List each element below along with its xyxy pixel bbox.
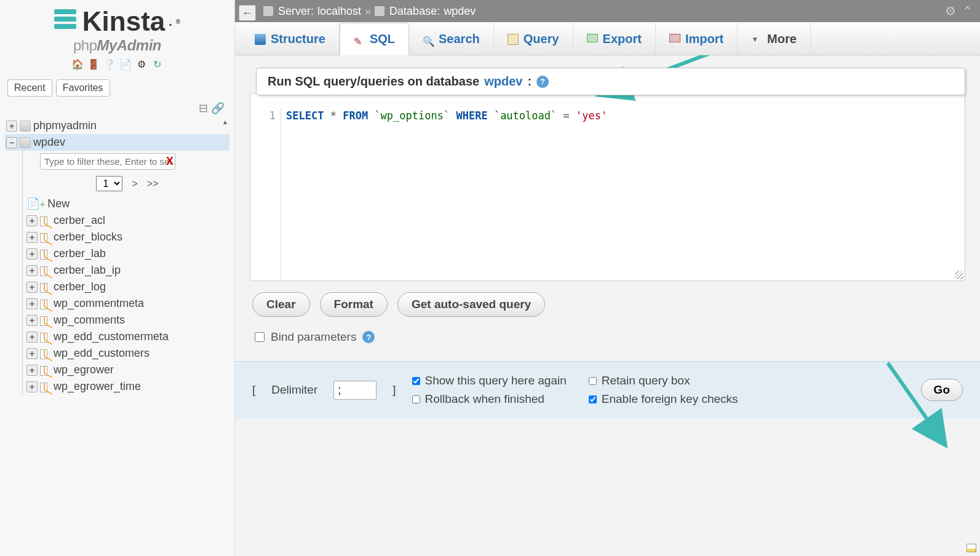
- expand-icon[interactable]: +: [26, 215, 38, 226]
- new-table-link[interactable]: 📄+ New: [25, 195, 229, 212]
- expand-icon[interactable]: +: [26, 348, 38, 359]
- expand-icon[interactable]: +: [26, 315, 38, 326]
- expand-icon[interactable]: +: [6, 121, 17, 132]
- retain-option[interactable]: Retain query box: [589, 374, 738, 387]
- table-item[interactable]: +cerber_blocks: [25, 229, 229, 245]
- format-button[interactable]: Format: [320, 292, 388, 317]
- favorites-button[interactable]: Favorites: [56, 79, 110, 97]
- rollback-option[interactable]: Rollback when finished: [412, 392, 567, 406]
- table-item[interactable]: +cerber_acl: [25, 212, 229, 229]
- retain-checkbox[interactable]: [589, 377, 597, 385]
- link-icon[interactable]: 🔗: [211, 102, 225, 114]
- autosave-button[interactable]: Get auto-saved query: [397, 292, 545, 317]
- collapse-all-icon[interactable]: ⊟: [199, 102, 208, 114]
- main: ← Server: localhost » Database: wpdev ⚙ …: [235, 0, 980, 556]
- bc-db-name[interactable]: wpdev: [444, 5, 476, 18]
- expand-icon[interactable]: +: [26, 365, 38, 376]
- table-item[interactable]: +cerber_lab: [25, 245, 229, 262]
- table-item[interactable]: +wp_egrower_time: [25, 378, 229, 395]
- table-icon: [40, 332, 51, 343]
- back-button[interactable]: ←: [239, 5, 256, 21]
- table-item[interactable]: +cerber_log: [25, 279, 229, 295]
- expand-icon[interactable]: +: [26, 232, 38, 243]
- table-item[interactable]: +wp_edd_customermeta: [25, 328, 229, 345]
- help-icon[interactable]: ?: [536, 76, 549, 88]
- table-item[interactable]: +wp_edd_customers: [25, 345, 229, 362]
- expand-icon[interactable]: +: [26, 298, 38, 309]
- expand-icon[interactable]: +: [26, 282, 38, 293]
- editor-resize-handle[interactable]: [955, 271, 963, 279]
- breadcrumb: Server: localhost » Database: wpdev ⚙ ⌃: [235, 0, 980, 22]
- help-icon[interactable]: ?: [362, 331, 375, 343]
- table-icon: [40, 232, 51, 243]
- table-icon: [40, 348, 51, 359]
- tab-sql[interactable]: SQL: [340, 23, 409, 55]
- table-label: wp_edd_customers: [54, 347, 149, 360]
- bc-server-prefix: Server:: [278, 5, 314, 18]
- table-item[interactable]: +cerber_lab_ip: [25, 262, 229, 279]
- top-tabs: Structure SQL Search Query Export Import…: [235, 22, 980, 55]
- tab-import[interactable]: Import: [656, 23, 738, 55]
- fk-option[interactable]: Enable foreign key checks: [589, 392, 738, 406]
- query-icon: [508, 34, 519, 45]
- recent-button[interactable]: Recent: [7, 79, 52, 97]
- table-label: cerber_blocks: [54, 231, 122, 244]
- editor-gutter: 1: [250, 108, 281, 280]
- table-item[interactable]: +wp_commentmeta: [25, 295, 229, 312]
- expand-icon[interactable]: +: [26, 332, 38, 343]
- tab-query[interactable]: Query: [494, 23, 573, 55]
- table-icon: [40, 215, 51, 226]
- table-icon: [40, 282, 51, 293]
- sql-doc-icon[interactable]: 📄: [119, 58, 132, 70]
- fk-checkbox[interactable]: [589, 395, 597, 403]
- filter-clear-button[interactable]: X: [166, 155, 173, 167]
- fieldset-db-link[interactable]: wpdev: [484, 74, 522, 89]
- bc-server-name[interactable]: localhost: [317, 5, 361, 18]
- settings-icon[interactable]: ⚙: [135, 58, 148, 70]
- home-icon[interactable]: 🏠: [71, 58, 84, 70]
- page-settings-icon[interactable]: ⚙: [945, 4, 956, 18]
- page-last-button[interactable]: >>: [147, 178, 159, 189]
- console-icon[interactable]: [966, 544, 976, 552]
- recent-favorites: Recent Favorites: [0, 77, 234, 99]
- delimiter-input[interactable]: [333, 381, 376, 400]
- filter-input[interactable]: [40, 153, 175, 170]
- tab-search[interactable]: Search: [409, 23, 494, 55]
- editor-code[interactable]: SELECT * FROM `wp_options` WHERE `autolo…: [281, 108, 965, 280]
- help-icon[interactable]: ❔: [103, 58, 116, 70]
- tree-tools: ⊟ 🔗: [0, 99, 234, 117]
- sql-options: [ Delimiter ] Show this query here again…: [235, 361, 980, 418]
- table-item[interactable]: +wp_egrower: [25, 362, 229, 378]
- expand-icon[interactable]: +: [26, 248, 38, 260]
- page-collapse-icon[interactable]: ⌃: [962, 4, 973, 18]
- db-item-wpdev[interactable]: − wpdev: [5, 134, 229, 151]
- clear-button[interactable]: Clear: [252, 292, 310, 317]
- bc-separator: »: [365, 5, 371, 18]
- exit-icon[interactable]: 🚪: [87, 58, 100, 70]
- db-label: phpmyadmin: [33, 119, 97, 132]
- structure-icon: [255, 34, 266, 45]
- scroll-up-icon[interactable]: ▴: [223, 117, 233, 127]
- db-item-phpmyadmin[interactable]: + phpmyadmin: [5, 117, 229, 134]
- bc-db-prefix: Database:: [389, 5, 440, 18]
- page-next-button[interactable]: >: [132, 178, 137, 189]
- tab-export[interactable]: Export: [573, 23, 656, 55]
- sql-editor[interactable]: 1 SELECT * FROM `wp_options` WHERE `auto…: [250, 93, 965, 281]
- delimiter-bracket: [: [252, 383, 255, 397]
- expand-icon[interactable]: +: [26, 265, 38, 276]
- tab-structure[interactable]: Structure: [241, 23, 340, 55]
- kinsta-logo: Kinsta.®: [6, 6, 228, 37]
- reload-icon[interactable]: ↻: [151, 58, 164, 70]
- collapse-icon[interactable]: −: [6, 137, 17, 148]
- kinsta-icon: [54, 9, 79, 34]
- bind-params-checkbox[interactable]: [255, 332, 265, 342]
- show-again-option[interactable]: Show this query here again: [412, 374, 567, 387]
- options-grid: Show this query here again Retain query …: [412, 374, 738, 406]
- rollback-checkbox[interactable]: [412, 395, 420, 403]
- tab-more[interactable]: More: [738, 23, 811, 55]
- expand-icon[interactable]: +: [26, 381, 38, 392]
- show-again-checkbox[interactable]: [412, 377, 420, 385]
- table-item[interactable]: +wp_comments: [25, 312, 229, 328]
- go-button[interactable]: Go: [921, 379, 963, 401]
- page-select[interactable]: 1: [96, 176, 122, 191]
